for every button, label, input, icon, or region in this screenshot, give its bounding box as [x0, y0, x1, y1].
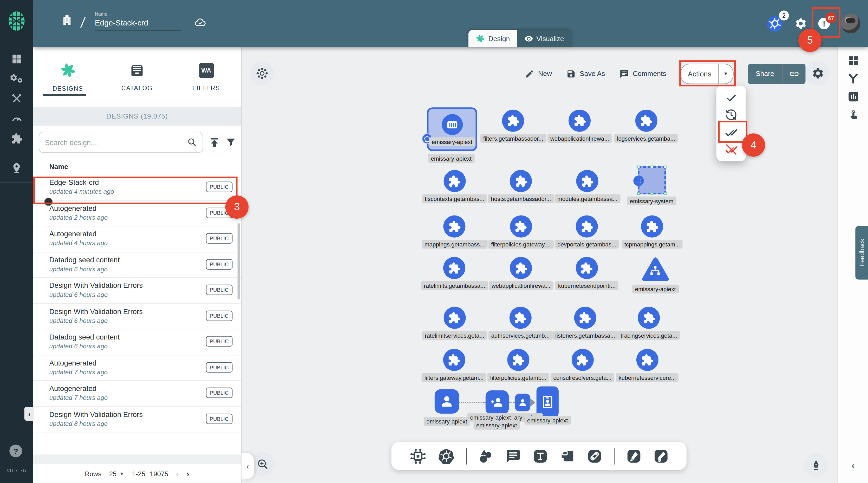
- components-grid-icon[interactable]: [847, 55, 859, 66]
- sidebar-item-configuration[interactable]: [0, 89, 33, 109]
- puzzle-piece-icon[interactable]: [641, 215, 663, 237]
- component-node[interactable]: webapplicationfirewa...: [489, 257, 553, 290]
- component-node[interactable]: mappings.getambass...: [422, 215, 488, 248]
- design-list-item[interactable]: Design With Validation Errors updated 6 …: [33, 278, 241, 304]
- tab-designs[interactable]: DESIGNS: [33, 47, 102, 107]
- component-node[interactable]: hosts.getambassador...: [488, 170, 554, 203]
- node-emissary-apiext-triangle[interactable]: emissary-apiext: [632, 257, 679, 294]
- text-tool-icon[interactable]: [532, 448, 548, 464]
- upload-design-icon[interactable]: [208, 136, 220, 148]
- puzzle-piece-icon[interactable]: [576, 170, 598, 192]
- prev-page-button[interactable]: ‹: [176, 469, 179, 478]
- puzzle-piece-icon[interactable]: [571, 349, 593, 371]
- component-node[interactable]: listeners.getambassa...: [552, 307, 618, 340]
- component-node[interactable]: logservices.getamba...: [614, 110, 678, 143]
- component-node[interactable]: authservices.getamb...: [489, 307, 552, 340]
- component-node[interactable]: filters.getambassador...: [480, 110, 546, 143]
- new-button[interactable]: New: [525, 69, 552, 78]
- feedback-tab[interactable]: Feedback: [855, 226, 868, 280]
- kubernetes-context-button[interactable]: 2: [766, 15, 783, 32]
- design-list-item[interactable]: Autogenerated updated 7 hours ago PUBLIC: [33, 355, 241, 381]
- design-list-item[interactable]: Datadog seed content updated 6 hours ago…: [33, 329, 241, 355]
- tab-design[interactable]: Design: [468, 30, 517, 47]
- puzzle-piece-icon[interactable]: [568, 110, 591, 132]
- organization-icon[interactable]: [61, 13, 73, 27]
- puzzle-piece-icon[interactable]: [443, 349, 465, 371]
- design-list-item[interactable]: Autogenerated updated 2 hours ago PUBLIC: [33, 201, 241, 227]
- comments-button[interactable]: Comments: [619, 69, 666, 78]
- puzzle-piece-icon[interactable]: [574, 307, 596, 329]
- hierarchy-y-icon[interactable]: [847, 72, 859, 85]
- design-list-item[interactable]: Edge-Stack-crd updated 4 minutes ago PUB…: [33, 175, 241, 201]
- settings-gear-icon[interactable]: [795, 17, 807, 30]
- component-node[interactable]: filters.gateway.getam...: [422, 349, 487, 382]
- component-node[interactable]: ratelimits.getambassa...: [421, 257, 488, 290]
- puzzle-piece-icon[interactable]: [576, 257, 598, 279]
- design-list-item[interactable]: Design With Validation Errors updated 6 …: [33, 304, 241, 329]
- interaction-hand-icon[interactable]: [847, 109, 859, 120]
- design-name-value[interactable]: Edge-Stack-crd: [95, 18, 181, 31]
- puzzle-piece-icon[interactable]: [443, 257, 466, 279]
- menu-item-dry-run-history-icon[interactable]: [716, 106, 746, 123]
- node-emissary-apiext-selected[interactable]: emissary-apiext: [427, 108, 477, 151]
- puzzle-piece-icon[interactable]: [636, 349, 658, 371]
- comment-tool-icon[interactable]: [505, 448, 521, 464]
- pen-mode-button[interactable]: [804, 453, 828, 477]
- freehand-pencil-icon[interactable]: [653, 448, 669, 464]
- puzzle-piece-icon[interactable]: [510, 215, 532, 237]
- component-node[interactable]: webapplicationfirewa...: [548, 110, 612, 143]
- component-node[interactable]: devportals.getambas...: [555, 215, 619, 248]
- annotation-pen-icon[interactable]: [626, 448, 642, 464]
- node-emissary-apiext-person[interactable]: [435, 389, 459, 414]
- menu-item-undeploy-crossed-check-icon[interactable]: [716, 141, 746, 158]
- sticky-note-icon[interactable]: [559, 448, 575, 464]
- puzzle-piece-icon[interactable]: [638, 307, 660, 329]
- list-scrollbar[interactable]: [238, 223, 240, 299]
- component-node[interactable]: tlscontexts.getambas...: [422, 170, 487, 203]
- share-button[interactable]: Share: [748, 63, 806, 84]
- puzzle-piece-icon[interactable]: [635, 110, 657, 132]
- component-node[interactable]: ratelimitservices.geta...: [422, 307, 487, 340]
- component-node[interactable]: filterpolicies.getamb...: [488, 349, 549, 382]
- sidebar-expand-button[interactable]: ›: [25, 407, 34, 421]
- tab-filters[interactable]: WA FILTERS: [172, 47, 241, 107]
- puzzle-piece-icon[interactable]: [443, 307, 466, 329]
- component-node[interactable]: filterpolicies.gateway....: [489, 215, 554, 248]
- help-button[interactable]: ?: [9, 445, 22, 457]
- save-as-button[interactable]: Save As: [566, 69, 605, 78]
- component-node[interactable]: kubernetesendpointr...: [555, 257, 618, 290]
- sidebar-item-lifecycle[interactable]: [0, 69, 33, 89]
- sidebar-item-performance[interactable]: [0, 109, 33, 128]
- design-list-item[interactable]: Autogenerated updated 4 hours ago PUBLIC: [33, 227, 241, 252]
- search-icon[interactable]: [187, 137, 197, 147]
- component-node[interactable]: tracingservices.geta...: [618, 307, 680, 340]
- puzzle-piece-icon[interactable]: [507, 349, 529, 371]
- actions-caret-button[interactable]: ▼: [718, 64, 733, 84]
- drawer-collapse-handle[interactable]: ‹: [242, 453, 254, 479]
- filter-funnel-icon[interactable]: [225, 137, 237, 148]
- collapse-right-chevron-icon[interactable]: ‹: [851, 460, 855, 471]
- actions-split-button[interactable]: Actions ▼: [681, 63, 734, 84]
- integration-chip-icon[interactable]: [409, 448, 426, 464]
- puzzle-piece-icon[interactable]: [502, 110, 524, 132]
- tab-visualize[interactable]: Visualize: [517, 30, 571, 47]
- design-list-item[interactable]: Autogenerated updated 7 hours ago PUBLIC: [33, 381, 241, 406]
- next-page-button[interactable]: ›: [186, 469, 189, 478]
- puzzle-piece-icon[interactable]: [576, 215, 598, 237]
- rows-per-page-select[interactable]: 25 ▼: [109, 470, 124, 478]
- puzzle-piece-icon[interactable]: [509, 307, 531, 329]
- design-list-item[interactable]: Design With Validation Errors updated 8 …: [33, 406, 241, 432]
- design-list-item[interactable]: Datadog seed content updated 6 hours ago…: [33, 252, 241, 278]
- link-chain-icon[interactable]: [586, 448, 602, 464]
- kubernetes-icon[interactable]: [438, 448, 455, 464]
- sidebar-item-explore-pin[interactable]: [0, 158, 33, 178]
- component-node[interactable]: tcpmappings.getam...: [622, 215, 683, 248]
- menu-item-validate-check-icon[interactable]: [716, 89, 746, 106]
- component-node[interactable]: kubernetesservicere...: [616, 349, 679, 382]
- puzzle-piece-icon[interactable]: [510, 257, 532, 279]
- node-emissary-system-selected[interactable]: [638, 166, 666, 194]
- puzzle-piece-icon[interactable]: [443, 170, 466, 192]
- sidebar-item-extensions[interactable]: [0, 128, 33, 148]
- share-label[interactable]: Share: [748, 63, 782, 84]
- sidebar-item-dashboard[interactable]: [0, 49, 33, 69]
